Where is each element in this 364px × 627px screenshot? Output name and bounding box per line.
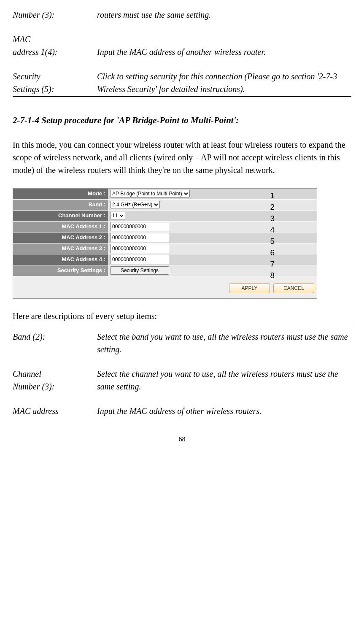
channel-select[interactable]: 11 (110, 212, 125, 219)
router-config-ui: Mode : AP Bridge (Point to Multi-Point) … (13, 188, 317, 299)
band-label: Band : (13, 200, 108, 211)
definitions-bottom: Band (2): Select the band you want to us… (13, 330, 351, 417)
def-label: Band (2): (13, 330, 97, 356)
descriptions-heading: Here are descriptions of every setup ite… (13, 310, 351, 322)
mac1-field: 4 (108, 222, 317, 232)
section-heading: 2-7-1-4 Setup procedure for 'AP Bridge-P… (13, 114, 351, 127)
def-label: MACaddress 1(4): (13, 33, 97, 58)
security-field: Security Settings 8 (108, 265, 317, 276)
mac1-label: MAC Address 1 : (13, 222, 108, 232)
def-label: MAC address (13, 405, 97, 417)
band-select[interactable]: 2.4 GHz (B+G+N) (110, 201, 160, 208)
def-desc: Input the MAC address of another wireles… (97, 33, 351, 58)
mac3-input[interactable] (110, 244, 169, 253)
apply-button[interactable]: APPLY (229, 283, 270, 293)
callout-2: 2 (270, 201, 275, 214)
callout-6: 6 (270, 247, 275, 259)
mac2-label: MAC Address 2 : (13, 232, 108, 243)
callout-4: 4 (270, 224, 275, 236)
def-desc: routers must use the same setting. (97, 8, 351, 21)
mac4-field: 7 (108, 254, 317, 265)
mac3-label: MAC Address 3 : (13, 243, 108, 254)
def-desc: Select the channel you want to use, all … (97, 368, 351, 393)
mac2-input[interactable] (110, 233, 169, 242)
mac3-field: 6 (108, 243, 317, 254)
divider (13, 96, 351, 97)
def-desc: Select the band you want to use, all the… (97, 330, 351, 356)
def-label: Number (3): (13, 8, 97, 21)
mac4-input[interactable] (110, 255, 169, 264)
callout-3: 3 (270, 213, 275, 225)
mode-select[interactable]: AP Bridge (Point to Multi-Point) (110, 190, 190, 197)
mode-field: AP Bridge (Point to Multi-Point) 1 (108, 189, 317, 200)
security-label: Security Settings : (13, 265, 108, 276)
channel-field: 11 3 (108, 211, 317, 222)
mode-label: Mode : (13, 189, 108, 200)
mac2-field: 5 (108, 232, 317, 243)
callout-1: 1 (270, 190, 275, 202)
def-desc: Click to setting security for this conne… (97, 70, 351, 95)
callout-8: 8 (270, 270, 275, 282)
channel-label: Channel Number : (13, 211, 108, 222)
divider (13, 326, 351, 326)
band-field: 2.4 GHz (B+G+N) 2 (108, 200, 317, 211)
callout-5: 5 (270, 235, 275, 248)
definitions-top: Number (3): routers must use the same se… (13, 8, 351, 95)
mac4-label: MAC Address 4 : (13, 254, 108, 265)
cancel-button[interactable]: CANCEL (273, 283, 314, 293)
security-settings-button[interactable]: Security Settings (110, 266, 169, 275)
def-desc: Input the MAC address of other wireless … (97, 405, 351, 417)
page-number: 68 (13, 434, 351, 444)
body-paragraph: In this mode, you can connect your wirel… (13, 138, 351, 176)
callout-7: 7 (270, 258, 275, 270)
def-label: SecuritySettings (5): (13, 70, 97, 95)
def-label: ChannelNumber (3): (13, 368, 97, 393)
mac1-input[interactable] (110, 222, 169, 231)
